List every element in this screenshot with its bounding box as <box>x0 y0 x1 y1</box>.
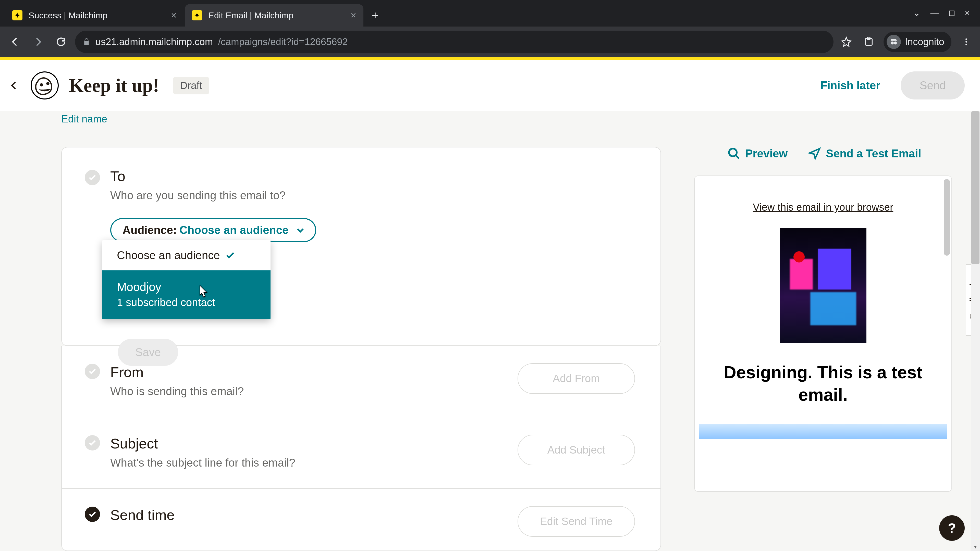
status-indicator-complete <box>85 507 100 522</box>
new-tab-button[interactable]: + <box>368 8 383 23</box>
add-subject-button[interactable]: Add Subject <box>517 435 635 465</box>
reload-button[interactable] <box>52 33 70 51</box>
send-button[interactable]: Send <box>900 71 965 100</box>
extensions-icon[interactable] <box>861 34 877 49</box>
app-back-button[interactable] <box>8 79 21 92</box>
preview-secondary-image <box>699 424 947 439</box>
browser-titlebar: ✦ Success | Mailchimp × ✦ Edit Email | M… <box>0 0 980 27</box>
page-body: Edit name To Who are you sending this em… <box>0 111 980 551</box>
section-subject: Subject What's the subject line for this… <box>61 417 661 489</box>
minimize-icon[interactable]: — <box>931 8 939 18</box>
status-indicator-incomplete <box>85 435 100 451</box>
mailchimp-favicon: ✦ <box>12 10 22 21</box>
view-in-browser-link[interactable]: View this email in your browser <box>695 202 951 213</box>
help-button[interactable]: ? <box>939 515 965 541</box>
tab-title: Edit Email | Mailchimp <box>208 11 293 21</box>
svg-point-2 <box>891 41 894 44</box>
scroll-down-icon[interactable]: ▼ <box>971 543 980 551</box>
url-path: /campaigns/edit?id=12665692 <box>218 37 348 48</box>
incognito-indicator[interactable]: Incognito <box>883 32 951 52</box>
audience-value: Choose an audience <box>180 224 289 237</box>
preview-headline: Designing. This is a test email. <box>705 361 941 406</box>
window-controls: ⌄ — □ × <box>913 8 980 27</box>
option-label: Choose an audience <box>117 249 220 262</box>
kebab-menu-icon[interactable] <box>959 34 974 49</box>
browser-tabs: ✦ Success | Mailchimp × ✦ Edit Email | M… <box>0 4 913 27</box>
edit-name-link[interactable]: Edit name <box>61 113 107 125</box>
preview-button[interactable]: Preview <box>727 147 788 160</box>
svg-point-9 <box>729 149 737 156</box>
browser-address-bar: us21.admin.mailchimp.com/campaigns/edit?… <box>0 27 980 57</box>
option-name: Moodjoy <box>117 280 161 294</box>
back-button[interactable] <box>6 33 24 51</box>
right-column: Preview Send a Test Email View this emai… <box>694 147 967 492</box>
svg-point-7 <box>40 83 43 86</box>
preview-label: Preview <box>745 147 788 160</box>
bookmark-icon[interactable] <box>838 34 854 49</box>
finish-later-button[interactable]: Finish later <box>821 79 880 92</box>
address-input[interactable]: us21.admin.mailchimp.com/campaigns/edit?… <box>75 30 834 53</box>
add-from-button[interactable]: Add From <box>517 363 635 394</box>
send-test-button[interactable]: Send a Test Email <box>808 147 921 160</box>
chevron-down-icon[interactable]: ⌄ <box>913 8 920 18</box>
section-subtitle: Who are you sending this email to? <box>110 189 635 202</box>
browser-tab[interactable]: ✦ Success | Mailchimp × <box>5 4 184 27</box>
email-preview[interactable]: View this email in your browser Designin… <box>694 176 952 492</box>
app-header: Keep it up! Draft Finish later Send <box>0 60 980 111</box>
send-test-label: Send a Test Email <box>826 147 921 160</box>
page-scrollbar[interactable]: ▲ ▼ <box>971 111 980 551</box>
lock-icon <box>83 38 90 46</box>
edit-send-time-button[interactable]: Edit Send Time <box>517 506 635 537</box>
incognito-icon <box>886 35 901 49</box>
preview-hero-image <box>780 228 866 343</box>
svg-point-4 <box>966 38 967 40</box>
svg-point-6 <box>966 44 967 45</box>
mailchimp-logo[interactable] <box>30 71 59 100</box>
pointer-cursor-icon <box>197 285 209 300</box>
svg-point-8 <box>46 82 49 85</box>
close-icon[interactable]: × <box>345 10 356 21</box>
forward-button[interactable] <box>29 33 47 51</box>
incognito-label: Incognito <box>905 37 944 48</box>
audience-option[interactable]: Moodjoy 1 subscribed contact <box>102 270 270 319</box>
close-icon[interactable]: × <box>165 10 177 21</box>
audience-option-placeholder[interactable]: Choose an audience <box>102 240 270 270</box>
save-button[interactable]: Save <box>118 339 178 366</box>
tab-title: Success | Mailchimp <box>29 11 107 21</box>
audience-dropdown: Choose an audience Moodjoy 1 subscribed … <box>102 240 270 319</box>
section-title: To <box>110 168 635 184</box>
preview-scrollbar[interactable] <box>944 179 950 256</box>
check-icon <box>225 250 235 260</box>
url-domain: us21.admin.mailchimp.com <box>95 37 213 48</box>
scroll-thumb[interactable] <box>971 111 980 264</box>
status-badge: Draft <box>173 77 210 94</box>
browser-tab-active[interactable]: ✦ Edit Email | Mailchimp × <box>185 4 363 27</box>
audience-label: Audience: <box>123 224 177 237</box>
status-indicator-incomplete <box>85 364 100 379</box>
mailchimp-favicon: ✦ <box>192 10 202 21</box>
svg-point-5 <box>966 41 967 43</box>
svg-point-3 <box>894 41 897 44</box>
close-window-icon[interactable]: × <box>965 8 970 18</box>
brand-accent-bar <box>0 57 980 60</box>
campaign-title: Keep it up! <box>69 75 159 97</box>
section-send-time: Send time Edit Send Time <box>61 489 661 551</box>
audience-select-trigger[interactable]: Audience: Choose an audience <box>110 218 316 242</box>
chevron-down-icon <box>296 225 305 235</box>
maximize-icon[interactable]: □ <box>950 8 955 18</box>
status-indicator-incomplete <box>85 170 100 185</box>
